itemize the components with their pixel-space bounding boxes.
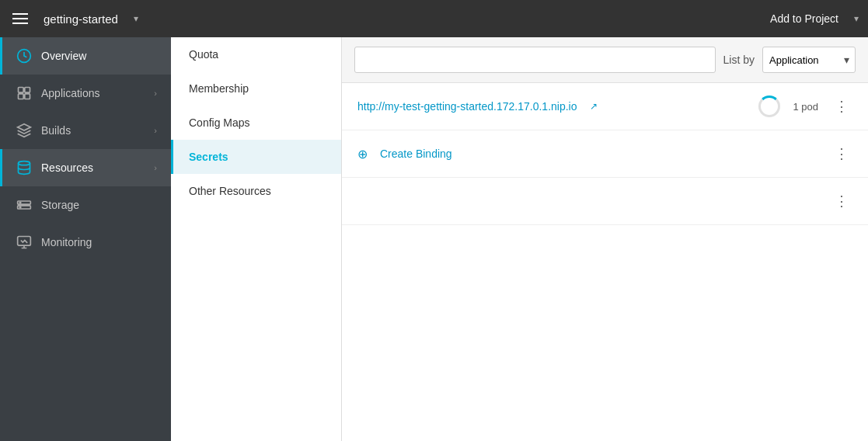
project-name: getting-started bbox=[44, 12, 118, 26]
list-by-select[interactable]: Application Resource bbox=[762, 47, 856, 73]
spinner-icon-1 bbox=[758, 95, 780, 117]
sidebar-item-builds[interactable]: Builds › bbox=[0, 112, 171, 149]
dots-menu-2[interactable]: ⋮ bbox=[831, 143, 852, 165]
add-to-project-button[interactable]: Add to Project bbox=[770, 12, 838, 25]
row1-info: http://my-test-getting-started.172.17.0.… bbox=[357, 100, 746, 113]
filter-input[interactable] bbox=[354, 47, 716, 73]
table-row: ⊕ Create Binding ⋮ bbox=[342, 130, 868, 178]
sidebar-monitoring-label: Monitoring bbox=[41, 236, 92, 248]
resources-chevron-icon: › bbox=[154, 163, 157, 172]
dots-menu-1[interactable]: ⋮ bbox=[831, 95, 852, 117]
sub-sidebar-item-config-maps[interactable]: Config Maps bbox=[171, 106, 341, 140]
row2-info: ⊕ Create Binding bbox=[357, 147, 818, 161]
table-row: ⋮ bbox=[342, 178, 868, 225]
builds-icon bbox=[16, 123, 32, 138]
sidebar-resources-label: Resources bbox=[41, 161, 93, 174]
svg-point-8 bbox=[19, 202, 21, 203]
sub-sidebar-item-membership[interactable]: Membership bbox=[171, 71, 341, 106]
add-project-chevron-icon[interactable]: ▾ bbox=[854, 13, 859, 24]
resources-icon bbox=[16, 160, 32, 175]
resource-link-1[interactable]: http://my-test-getting-started.172.17.0.… bbox=[357, 100, 577, 113]
list-by-label: List by bbox=[723, 54, 755, 66]
sidebar-storage-label: Storage bbox=[41, 199, 79, 211]
layout: Overview Applications › Builds › bbox=[0, 37, 868, 441]
sub-sidebar-item-quota[interactable]: Quota bbox=[171, 37, 341, 71]
applications-icon bbox=[16, 85, 32, 101]
svg-rect-4 bbox=[25, 94, 30, 99]
sub-sidebar-item-secrets[interactable]: Secrets bbox=[171, 140, 341, 174]
overview-icon bbox=[16, 48, 32, 64]
applications-chevron-icon: › bbox=[154, 89, 157, 98]
table-row: http://my-test-getting-started.172.17.0.… bbox=[342, 83, 868, 130]
pod-count-1: 1 pod bbox=[793, 101, 818, 113]
plus-circle-icon: ⊕ bbox=[357, 147, 368, 161]
monitoring-icon bbox=[16, 234, 32, 250]
dots-menu-3[interactable]: ⋮ bbox=[831, 190, 852, 212]
left-sidebar: Overview Applications › Builds › bbox=[0, 37, 171, 441]
content-area: http://my-test-getting-started.172.17.0.… bbox=[342, 83, 868, 441]
sidebar-item-storage[interactable]: Storage bbox=[0, 186, 171, 224]
sidebar-item-monitoring[interactable]: Monitoring bbox=[0, 224, 171, 261]
external-link-icon-1: ↗ bbox=[590, 101, 598, 112]
builds-chevron-icon: › bbox=[154, 126, 157, 135]
sub-sidebar: Quota Membership Config Maps Secrets Oth… bbox=[171, 37, 342, 441]
sub-sidebar-item-other-resources[interactable]: Other Resources bbox=[171, 174, 341, 208]
svg-point-9 bbox=[19, 207, 21, 208]
svg-rect-1 bbox=[19, 88, 24, 93]
storage-icon bbox=[16, 197, 32, 213]
list-by-wrapper: Application Resource bbox=[762, 47, 856, 73]
sidebar-overview-label: Overview bbox=[41, 50, 86, 62]
sidebar-applications-label: Applications bbox=[41, 87, 100, 99]
sidebar-builds-label: Builds bbox=[41, 124, 71, 137]
svg-point-5 bbox=[19, 161, 30, 165]
hamburger-button[interactable] bbox=[9, 10, 31, 27]
sidebar-item-resources[interactable]: Resources › bbox=[0, 149, 171, 186]
svg-rect-2 bbox=[25, 88, 30, 93]
sidebar-item-applications[interactable]: Applications › bbox=[0, 75, 171, 112]
topbar: getting-started ▾ Add to Project ▾ bbox=[0, 0, 868, 37]
sidebar-item-overview[interactable]: Overview bbox=[0, 37, 171, 75]
svg-rect-3 bbox=[19, 94, 24, 99]
main-content: List by Application Resource http://my-t… bbox=[342, 37, 868, 441]
filter-bar: List by Application Resource bbox=[342, 37, 868, 83]
project-chevron-icon[interactable]: ▾ bbox=[134, 13, 138, 24]
create-binding-link[interactable]: Create Binding bbox=[380, 148, 452, 160]
